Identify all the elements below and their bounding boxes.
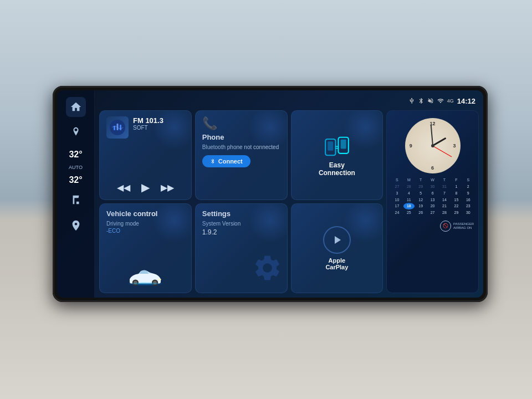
music-station: SOFT bbox=[133, 125, 163, 131]
cal-day-m: M bbox=[403, 178, 415, 182]
airbag-text: PASSENGER AIRBAG ON bbox=[453, 222, 474, 230]
svg-point-14 bbox=[132, 282, 158, 285]
cal-cell: 6 bbox=[427, 190, 438, 197]
phone-tile[interactable]: 📞 Phone Bluetooth phone not connected Co… bbox=[195, 110, 288, 200]
vehicle-control-tile[interactable]: Vehicle control Driving mode -ECO bbox=[99, 203, 192, 293]
easy-connection-label: Easy Connection bbox=[319, 161, 355, 177]
cal-day-f: F bbox=[451, 178, 462, 182]
next-button[interactable]: ▶▶ bbox=[161, 182, 174, 193]
cal-cell: 24 bbox=[391, 209, 402, 216]
svg-rect-5 bbox=[328, 141, 333, 151]
sidebar-temp-top: 32° bbox=[69, 150, 82, 159]
settings-tile[interactable]: Settings System Version 1.9.2 bbox=[195, 203, 288, 293]
cal-cell: 19 bbox=[415, 203, 426, 209]
cal-cell: 25 bbox=[403, 209, 415, 216]
cal-cell: 14 bbox=[439, 197, 450, 203]
cal-cell: 9 bbox=[463, 190, 474, 197]
cal-cell: 3 bbox=[391, 190, 402, 197]
cal-cell: 2 bbox=[463, 183, 474, 190]
bluetooth-icon bbox=[418, 98, 424, 104]
mute-icon bbox=[427, 98, 434, 104]
cal-cell: 16 bbox=[463, 197, 474, 203]
cal-cell: 7 bbox=[439, 190, 450, 197]
cal-cell: 22 bbox=[451, 203, 462, 209]
music-info: FM 101.3 SOFT bbox=[133, 116, 163, 131]
cal-day-s1: S bbox=[391, 178, 402, 182]
airbag-notice: 🚫 PASSENGER AIRBAG ON bbox=[391, 221, 474, 232]
cal-cell: 30 bbox=[427, 183, 438, 190]
status-time: 14:12 bbox=[457, 97, 475, 105]
clock-tile: 12 3 6 9 S bbox=[386, 110, 479, 293]
music-art-svg bbox=[109, 119, 126, 136]
cal-row-5: 24 25 26 27 28 29 30 bbox=[391, 209, 474, 216]
svg-point-13 bbox=[158, 279, 161, 280]
cal-row-1: 27 28 29 30 31 1 2 bbox=[391, 183, 474, 190]
music-controls: ◀◀ ▶ ▶▶ bbox=[100, 181, 191, 194]
cal-row-4: 17 18 19 20 21 22 23 bbox=[391, 203, 474, 209]
minute-hand bbox=[430, 125, 433, 146]
signal-icon bbox=[437, 98, 444, 104]
sidebar-item-seat[interactable] bbox=[66, 190, 86, 210]
prev-button[interactable]: ◀◀ bbox=[117, 182, 130, 193]
sidebar-temp-bottom: 32° bbox=[69, 176, 82, 185]
cal-cell: 11 bbox=[403, 197, 415, 203]
cal-cell: 28 bbox=[439, 209, 450, 216]
calendar: S M T W T F S 27 28 29 bbox=[391, 178, 474, 216]
clock-3: 3 bbox=[453, 143, 456, 149]
4g-label: 4G bbox=[447, 98, 454, 104]
calendar-header: S M T W T F S bbox=[391, 178, 474, 182]
cal-cell: 4 bbox=[403, 190, 415, 197]
sidebar-item-drive[interactable] bbox=[66, 216, 86, 236]
cal-cell: 29 bbox=[415, 183, 426, 190]
cal-cell: 5 bbox=[415, 190, 426, 197]
main-screen: 32° AUTO 32° bbox=[57, 90, 483, 298]
bluetooth-btn-icon bbox=[210, 158, 216, 164]
clock-face: 12 3 6 9 bbox=[405, 118, 461, 173]
clock-9: 9 bbox=[410, 143, 412, 149]
play-button[interactable]: ▶ bbox=[141, 181, 150, 194]
svg-rect-7 bbox=[341, 140, 346, 149]
cal-cell: 1 bbox=[451, 183, 462, 190]
sidebar-item-home[interactable] bbox=[66, 97, 86, 117]
cal-row-3: 10 11 12 13 14 15 16 bbox=[391, 197, 474, 203]
svg-rect-3 bbox=[120, 125, 121, 130]
airbag-icon: 🚫 bbox=[440, 221, 451, 232]
cal-cell: 23 bbox=[463, 203, 474, 209]
clock-6: 6 bbox=[431, 165, 434, 171]
cal-cell: 28 bbox=[403, 183, 415, 190]
cal-day-t2: T bbox=[439, 178, 450, 182]
car-svg bbox=[123, 265, 167, 287]
cal-cell: 20 bbox=[427, 203, 438, 209]
cal-cell: 13 bbox=[427, 197, 438, 203]
sidebar-item-climate[interactable] bbox=[66, 122, 86, 142]
music-art bbox=[106, 116, 129, 139]
connect-button[interactable]: Connect bbox=[202, 155, 250, 167]
carplay-tile[interactable]: Apple CarPlay bbox=[291, 203, 383, 293]
music-tile[interactable]: FM 101.3 SOFT ◀◀ ▶ ▶▶ bbox=[99, 110, 192, 200]
cal-cell-today: 18 bbox=[403, 203, 415, 209]
easy-connection-tile[interactable]: Easy Connection bbox=[291, 110, 383, 200]
cal-cell: 12 bbox=[415, 197, 426, 203]
status-icons: 4G bbox=[408, 98, 454, 104]
second-hand bbox=[432, 146, 452, 157]
cal-cell: 21 bbox=[439, 203, 450, 209]
cal-cell: 17 bbox=[391, 203, 402, 209]
cal-day-w: W bbox=[427, 178, 438, 182]
hour-hand bbox=[432, 137, 447, 147]
settings-icon bbox=[252, 253, 283, 288]
tiles-grid: FM 101.3 SOFT ◀◀ ▶ ▶▶ 📞 Phone Bluetooth … bbox=[99, 110, 479, 293]
cal-day-t1: T bbox=[415, 178, 426, 182]
usb-icon bbox=[408, 98, 415, 104]
sidebar-auto-label: AUTO bbox=[69, 165, 83, 170]
cal-cell: 31 bbox=[439, 183, 450, 190]
main-content: 4G 14:12 bbox=[95, 90, 483, 298]
sidebar: 32° AUTO 32° bbox=[57, 90, 95, 298]
cal-cell: 27 bbox=[391, 183, 402, 190]
carplay-label: Apple CarPlay bbox=[325, 257, 348, 270]
cal-cell: 26 bbox=[415, 209, 426, 216]
cal-cell: 27 bbox=[427, 209, 438, 216]
vehicle-image bbox=[123, 265, 167, 289]
cal-cell: 10 bbox=[391, 197, 402, 203]
cal-cell: 8 bbox=[451, 190, 462, 197]
cal-row-2: 3 4 5 6 7 8 9 bbox=[391, 190, 474, 197]
